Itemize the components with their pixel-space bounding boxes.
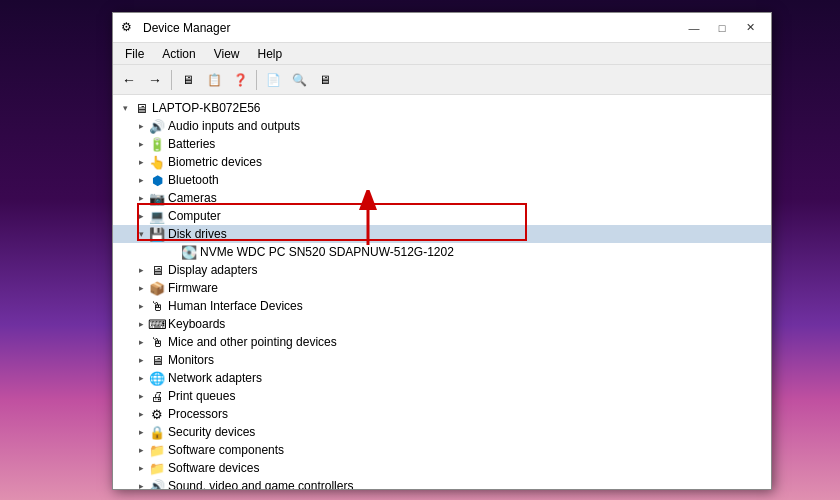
tree-item-display[interactable]: 🖥 Display adapters [113, 261, 771, 279]
cameras-icon: 📷 [149, 190, 165, 206]
scan-button[interactable]: 📄 [261, 68, 285, 92]
sound-expand[interactable] [133, 478, 149, 489]
tree-root[interactable]: 🖥 LAPTOP-KB072E56 [113, 99, 771, 117]
nvme-icon: 💽 [181, 244, 197, 260]
print-icon: 🖨 [149, 388, 165, 404]
forward-button[interactable]: → [143, 68, 167, 92]
back-button[interactable]: ← [117, 68, 141, 92]
tree-item-diskdrives[interactable]: 💾 Disk drives [113, 225, 771, 243]
tree-item-security[interactable]: 🔒 Security devices [113, 423, 771, 441]
biometric-icon: 👆 [149, 154, 165, 170]
root-expand[interactable] [117, 100, 133, 116]
tree-item-computer[interactable]: 💻 Computer [113, 207, 771, 225]
search-button[interactable]: 🔍 [287, 68, 311, 92]
security-icon: 🔒 [149, 424, 165, 440]
help-button[interactable]: ❓ [228, 68, 252, 92]
audio-expand[interactable] [133, 118, 149, 134]
computer-expand[interactable] [133, 208, 149, 224]
mice-icon: 🖱 [149, 334, 165, 350]
softwarecomp-label: Software components [168, 443, 284, 457]
minimize-button[interactable]: — [681, 18, 707, 38]
tree-item-network[interactable]: 🌐 Network adapters [113, 369, 771, 387]
display-expand[interactable] [133, 262, 149, 278]
diskdrives-expand[interactable] [133, 226, 149, 242]
firmware-icon: 📦 [149, 280, 165, 296]
bluetooth-icon: ⬢ [149, 172, 165, 188]
monitors-icon: 🖥 [149, 352, 165, 368]
menu-bar: File Action View Help [113, 43, 771, 65]
processors-icon: ⚙ [149, 406, 165, 422]
network-icon: 🌐 [149, 370, 165, 386]
tree-item-bluetooth[interactable]: ⬢ Bluetooth [113, 171, 771, 189]
audio-label: Audio inputs and outputs [168, 119, 300, 133]
menu-action[interactable]: Action [154, 45, 203, 63]
hid-expand[interactable] [133, 298, 149, 314]
mice-expand[interactable] [133, 334, 149, 350]
tree-item-hid[interactable]: 🖱 Human Interface Devices [113, 297, 771, 315]
tree-item-batteries[interactable]: 🔋 Batteries [113, 135, 771, 153]
audio-icon: 🔊 [149, 118, 165, 134]
menu-file[interactable]: File [117, 45, 152, 63]
nvme-label: NVMe WDC PC SN520 SDAPNUW-512G-1202 [200, 245, 454, 259]
monitors-label: Monitors [168, 353, 214, 367]
diskdrives-icon: 💾 [149, 226, 165, 242]
bluetooth-expand[interactable] [133, 172, 149, 188]
tree-item-mice[interactable]: 🖱 Mice and other pointing devices [113, 333, 771, 351]
mice-label: Mice and other pointing devices [168, 335, 337, 349]
print-expand[interactable] [133, 388, 149, 404]
hid-label: Human Interface Devices [168, 299, 303, 313]
security-label: Security devices [168, 425, 255, 439]
monitors-expand[interactable] [133, 352, 149, 368]
tree-item-processors[interactable]: ⚙ Processors [113, 405, 771, 423]
toolbar: ← → 🖥 📋 ❓ 📄 🔍 🖥 [113, 65, 771, 95]
menu-view[interactable]: View [206, 45, 248, 63]
batteries-icon: 🔋 [149, 136, 165, 152]
tree-item-cameras[interactable]: 📷 Cameras [113, 189, 771, 207]
softwarecomp-icon: 📁 [149, 442, 165, 458]
network-expand[interactable] [133, 370, 149, 386]
hid-icon: 🖱 [149, 298, 165, 314]
tree-item-sound[interactable]: 🔊 Sound, video and game controllers [113, 477, 771, 489]
window-icon: ⚙ [121, 20, 137, 36]
tree-item-softwaredev[interactable]: 📁 Software devices [113, 459, 771, 477]
root-icon: 🖥 [133, 100, 149, 116]
diskdrives-label: Disk drives [168, 227, 227, 241]
tree-item-softwarecomp[interactable]: 📁 Software components [113, 441, 771, 459]
biometric-expand[interactable] [133, 154, 149, 170]
softwarecomp-expand[interactable] [133, 442, 149, 458]
biometric-label: Biometric devices [168, 155, 262, 169]
tree-item-keyboards[interactable]: ⌨ Keyboards [113, 315, 771, 333]
window-controls: — □ ✕ [681, 18, 763, 38]
network-label: Network adapters [168, 371, 262, 385]
display-label: Display adapters [168, 263, 257, 277]
computer-icon-btn[interactable]: 🖥 [176, 68, 200, 92]
processors-expand[interactable] [133, 406, 149, 422]
security-expand[interactable] [133, 424, 149, 440]
firmware-label: Firmware [168, 281, 218, 295]
nvme-expand [165, 244, 181, 260]
softwaredev-expand[interactable] [133, 460, 149, 476]
root-label: LAPTOP-KB072E56 [152, 101, 261, 115]
tree-item-audio[interactable]: 🔊 Audio inputs and outputs [113, 117, 771, 135]
cameras-label: Cameras [168, 191, 217, 205]
computer-label: Computer [168, 209, 221, 223]
batteries-label: Batteries [168, 137, 215, 151]
properties-button[interactable]: 📋 [202, 68, 226, 92]
close-button[interactable]: ✕ [737, 18, 763, 38]
softwaredev-label: Software devices [168, 461, 259, 475]
device-tree: 🖥 LAPTOP-KB072E56 🔊 Audio inputs and out… [113, 95, 771, 489]
keyboards-label: Keyboards [168, 317, 225, 331]
separator-2 [256, 70, 257, 90]
maximize-button[interactable]: □ [709, 18, 735, 38]
bluetooth-label: Bluetooth [168, 173, 219, 187]
tree-item-nvme[interactable]: 💽 NVMe WDC PC SN520 SDAPNUW-512G-1202 [113, 243, 771, 261]
firmware-expand[interactable] [133, 280, 149, 296]
batteries-expand[interactable] [133, 136, 149, 152]
tree-item-print[interactable]: 🖨 Print queues [113, 387, 771, 405]
tree-item-firmware[interactable]: 📦 Firmware [113, 279, 771, 297]
tree-item-biometric[interactable]: 👆 Biometric devices [113, 153, 771, 171]
tree-item-monitors[interactable]: 🖥 Monitors [113, 351, 771, 369]
menu-help[interactable]: Help [250, 45, 291, 63]
monitor-button[interactable]: 🖥 [313, 68, 337, 92]
cameras-expand[interactable] [133, 190, 149, 206]
